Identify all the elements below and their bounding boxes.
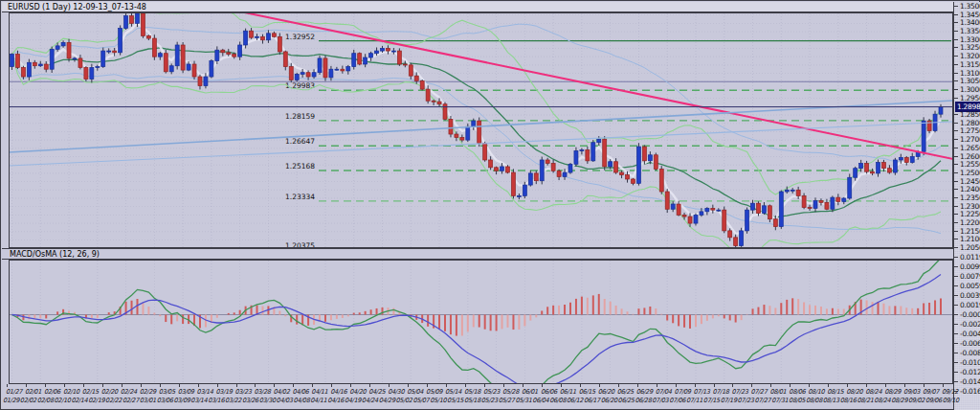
price-tick-label: 1.23000 <box>960 202 980 211</box>
price-tick-label: 1.34500 <box>960 11 980 19</box>
axis-tick-mark <box>954 257 958 258</box>
date-label: 05/02 <box>396 397 412 404</box>
price-tick-label: 1.30000 <box>960 85 980 94</box>
date-label: 03/14 <box>197 388 213 396</box>
date-label: 03/19 <box>216 388 233 396</box>
date-tick-marks <box>7 384 949 387</box>
price-tick-label: 1.21000 <box>960 235 980 243</box>
date-label: 05/18 <box>464 397 480 404</box>
price-tick-label: 1.22000 <box>960 218 980 227</box>
axis-tick-mark <box>954 266 958 267</box>
date-label: 04/16 <box>330 388 346 396</box>
date-label: 05/27 <box>499 397 515 404</box>
date-label: 05/04 <box>407 388 423 396</box>
axis-tick-mark <box>954 333 958 334</box>
chart-title: EURUSD (1 Day) 12-09-13_07-13-48 <box>8 3 146 11</box>
date-label: 04/03 <box>277 397 293 404</box>
level-label: 1.28159 <box>285 112 315 121</box>
axis-tick-mark <box>954 231 958 232</box>
date-label: 07/27 <box>750 388 767 396</box>
date-label: 03/09 <box>178 388 194 396</box>
date-label: 02/29 <box>140 388 156 396</box>
date-label: 09/10 <box>943 397 959 404</box>
price-axis[interactable]: 1.28988 1.350001.345001.340001.335001.33… <box>953 2 980 410</box>
date-label: 07/06 <box>669 397 685 404</box>
ascending-trendline-blue[interactable] <box>9 101 952 152</box>
price-tick-label: 1.32000 <box>960 52 980 60</box>
macd-tick-label: -0.0141 <box>960 377 980 386</box>
date-label: 02/22 <box>105 397 122 404</box>
level-label: 1.26647 <box>285 137 315 146</box>
macd-tick-label: 0.0019 <box>960 301 980 309</box>
date-label: 04/25 <box>368 388 385 396</box>
price-tick-label: 1.35000 <box>960 2 980 11</box>
date-label: 07/03 <box>652 397 668 404</box>
axis-tick-mark <box>954 98 958 99</box>
axis-tick-mark <box>954 56 958 57</box>
date-label: 04/06 <box>292 388 308 396</box>
date-label: 08/29 <box>884 388 901 396</box>
macd-tick-label: -0.0041 <box>960 330 980 338</box>
descending-trendline-magenta[interactable] <box>226 12 953 163</box>
axis-tick-mark <box>954 14 958 15</box>
date-label: 05/07 <box>412 397 429 404</box>
date-label: 07/19 <box>721 397 737 404</box>
date-label: 04/29 <box>379 397 395 404</box>
date-label: 05/23 <box>481 397 498 404</box>
date-label: 09/06 <box>925 397 942 404</box>
date-label: 02/27 <box>122 397 139 404</box>
indicator-label: MACD/OsMA (12, 26, 9) <box>10 250 100 259</box>
axis-tick-mark <box>954 239 958 239</box>
axis-tick-mark <box>954 197 958 198</box>
macd-tick-label: -0.0021 <box>960 320 980 329</box>
price-tick-label: 1.27000 <box>960 135 980 144</box>
indicator-label-bar: MACD/OsMA (12, 26, 9) <box>2 248 953 260</box>
axis-tick-mark <box>954 64 958 65</box>
macd-tick-label: 0.0039 <box>960 291 980 300</box>
axis-tick-mark <box>954 22 958 23</box>
price-tick-label: 1.21500 <box>960 227 980 236</box>
date-label: 09/02 <box>908 397 924 404</box>
date-label: 06/12 <box>567 397 583 404</box>
level-label: 1.20375 <box>285 241 315 248</box>
date-label: 06/28 <box>635 397 651 404</box>
date-label: 04/11 <box>310 397 326 404</box>
axis-tick-mark <box>954 73 958 74</box>
date-label: 04/19 <box>345 397 361 404</box>
date-label: 06/25 <box>618 397 635 404</box>
price-tick-label: 1.24500 <box>960 177 980 186</box>
axis-tick-mark <box>954 31 958 32</box>
axis-tick-mark <box>954 148 958 148</box>
axis-tick-mark <box>954 305 958 306</box>
macd-tick-label: -0.0001 <box>960 310 980 319</box>
axis-tick-mark <box>954 172 958 173</box>
date-label: 08/05 <box>789 397 805 404</box>
macd-panel[interactable] <box>1 260 953 384</box>
date-axis[interactable]: 01/2702/0102/0602/1002/1502/2002/2402/29… <box>2 384 953 410</box>
date-label: 05/14 <box>445 388 461 396</box>
axis-tick-mark <box>954 372 958 373</box>
macd-tick-label: 0.0119 <box>960 253 980 262</box>
date-label: 08/08 <box>806 397 822 404</box>
axis-tick-mark <box>954 276 958 277</box>
price-tick-label: 1.27500 <box>960 126 980 135</box>
price-tick-label: 1.25000 <box>960 169 980 177</box>
date-label: 02/02 <box>20 397 36 404</box>
date-label: 07/04 <box>656 388 672 396</box>
date-label: 02/15 <box>82 388 99 396</box>
date-label: 07/27 <box>754 397 770 404</box>
macd-tick-label: 0.0099 <box>960 262 980 271</box>
price-tick-label: 1.25500 <box>960 160 980 169</box>
date-label: 08/06 <box>789 388 805 396</box>
date-label: 04/08 <box>293 397 309 404</box>
date-label: 06/06 <box>541 388 557 396</box>
date-label: 03/22 <box>225 397 241 404</box>
date-label: 06/11 <box>560 388 576 396</box>
price-tick-label: 1.23500 <box>960 194 980 202</box>
date-label: 07/23 <box>731 388 747 396</box>
macd-tick-label: -0.0121 <box>960 368 980 376</box>
date-label: 02/10 <box>55 397 71 404</box>
main-price-chart[interactable]: 1.329521.299831.281591.266471.251681.233… <box>1 12 953 248</box>
date-label: 06/20 <box>598 388 614 396</box>
date-label: 06/01 <box>522 388 538 396</box>
